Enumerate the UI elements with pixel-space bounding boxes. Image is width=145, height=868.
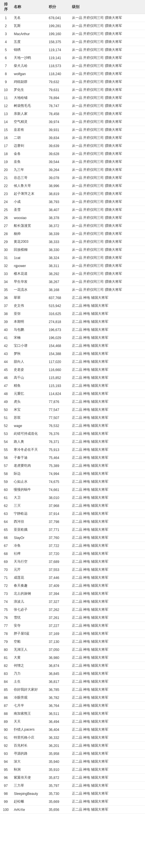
table-row: 16二胡39,834从一品 开府仪同三司 骠骑大将军 bbox=[0, 134, 145, 142]
cell-category: 从一品 开府仪同三司 骠骑大将军 bbox=[70, 286, 145, 294]
cell-category: 正二品 神地 辅国大将军 bbox=[70, 382, 145, 390]
cell-rank: 96 bbox=[0, 774, 11, 782]
table-row: 65亚亚欧娥37,771正二品 神地 辅国大将军 bbox=[0, 526, 145, 534]
cell-score: 38,010 bbox=[46, 494, 70, 502]
cell-name: 雪忧 bbox=[11, 614, 46, 622]
cell-score: 837,768 bbox=[46, 294, 70, 302]
table-row: 83乃力36,845正二品 神地 辅国大将军 bbox=[0, 670, 145, 678]
table-row: 94深大35,940正二品 神地 辅国大将军 bbox=[0, 758, 145, 766]
cell-category: 正二品 神地 辅国大将军 bbox=[70, 694, 145, 702]
cell-rank: 80 bbox=[0, 646, 11, 654]
table-row: 21谷总三哥39,078从一品 开府仪同三司 骠骑大将军 bbox=[0, 174, 145, 182]
cell-score: 37,760 bbox=[46, 534, 70, 542]
cell-rank: 12 bbox=[0, 102, 11, 110]
cell-category: 从一品 开府仪同三司 骠骑大将军 bbox=[70, 126, 145, 134]
table-row: 54路人奥76,371正二品 神地 辅国大将军 bbox=[0, 438, 145, 446]
cell-category: 从一品 开府仪同三司 骠骑大将军 bbox=[70, 158, 145, 166]
cell-category: 正二品 神地 辅国大将军 bbox=[70, 598, 145, 606]
cell-category: 从一品 开府仪同三司 骠骑大将军 bbox=[70, 86, 145, 94]
cell-category: 正二品 神地 辅国大将军 bbox=[70, 438, 145, 446]
cell-name: 际边 bbox=[11, 470, 46, 478]
cell-category: 正二品 神地 辅国大将军 bbox=[70, 582, 145, 590]
table-row: 40马包鹏196,673正二品 神地 辅国大将军 bbox=[0, 326, 145, 334]
cell-rank: 41 bbox=[0, 334, 11, 342]
cell-score: 36,511 bbox=[46, 710, 70, 718]
cell-score: 37,409 bbox=[46, 582, 70, 590]
cell-score: 38,168 bbox=[46, 286, 70, 294]
cell-score: 39,639 bbox=[46, 142, 70, 150]
cell-score: 77,876 bbox=[46, 398, 70, 406]
header-rank: 排序 bbox=[0, 0, 11, 14]
table-row: 50米宝77,547正二品 神地 辅国大将军 bbox=[0, 406, 145, 414]
cell-score: 39,628 bbox=[46, 150, 70, 158]
cell-score: 37,227 bbox=[46, 622, 70, 630]
cell-name: wage bbox=[11, 422, 46, 430]
cell-rank: 11 bbox=[0, 94, 11, 102]
cell-rank: 85 bbox=[0, 686, 11, 694]
cell-score: 154,388 bbox=[46, 350, 70, 358]
cell-rank: 38 bbox=[0, 310, 11, 318]
cell-rank: 5 bbox=[0, 46, 11, 54]
cell-category: 从一品 开府仪同三司 骠骑大将军 bbox=[70, 78, 145, 86]
cell-rank: 4 bbox=[0, 38, 11, 46]
table-row: 18金各39,628从一品 开府仪同三司 骠骑大将军 bbox=[0, 150, 145, 158]
cell-rank: 57 bbox=[0, 462, 11, 470]
cell-category: 正二品 神地 辅国大将军 bbox=[70, 726, 145, 734]
cell-rank: 88 bbox=[0, 710, 11, 718]
cell-category: 从一品 开府仪同三司 骠骑大将军 bbox=[70, 182, 145, 190]
cell-category: 正二品 神地 辅国大将军 bbox=[70, 326, 145, 334]
cell-name: 无湖王人 bbox=[11, 646, 46, 654]
cell-name: 元芹 bbox=[11, 566, 46, 574]
cell-name: 候人鲁大哥 bbox=[11, 182, 46, 190]
cell-rank: 32 bbox=[0, 262, 11, 270]
table-row: 33楼木花道38,292从一品 开府仪同三司 骠骑大将军 bbox=[0, 270, 145, 278]
cell-rank: 48 bbox=[0, 390, 11, 398]
cell-score: 35,940 bbox=[46, 758, 70, 766]
cell-score: 37,262 bbox=[46, 606, 70, 614]
cell-name: 苏双 bbox=[11, 414, 46, 422]
cell-name: 回放模糊 bbox=[11, 246, 46, 254]
cell-rank: 71 bbox=[0, 574, 11, 582]
cell-rank: 3 bbox=[0, 30, 11, 38]
cell-rank: 39 bbox=[0, 318, 11, 326]
cell-score: 36,782 bbox=[46, 694, 70, 702]
cell-name: 南加索熊王 bbox=[11, 710, 46, 718]
cell-score: 316,625 bbox=[46, 310, 70, 318]
cell-name: 早生华发 bbox=[11, 278, 46, 286]
cell-category: 从一品 开府仪同三司 骠骑大将军 bbox=[70, 166, 145, 174]
table-row: 38亚弥316,625正二品 神地 辅国大将军 bbox=[0, 310, 145, 318]
cell-name: 秋洞 bbox=[11, 766, 46, 774]
cell-rank: 27 bbox=[0, 222, 11, 230]
cell-score: 35,656 bbox=[46, 806, 70, 814]
cell-score: 115,193 bbox=[46, 382, 70, 390]
cell-category: 从一品 开府仪同三司 骠骑大将军 bbox=[70, 246, 145, 254]
table-row: 75张七必子37,262正二品 神地 辅国大将军 bbox=[0, 606, 145, 614]
cell-rank: 73 bbox=[0, 590, 11, 598]
cell-score: 74,994 bbox=[46, 470, 70, 478]
cell-rank: 69 bbox=[0, 558, 11, 566]
cell-rank: 84 bbox=[0, 678, 11, 686]
cell-category: 正二品 神地 辅国大将军 bbox=[70, 638, 145, 646]
cell-category: 从一品 开府仪同三司 骠骑大将军 bbox=[70, 22, 145, 30]
cell-score: 199,281 bbox=[46, 22, 70, 30]
cell-name: 宁静欧远 bbox=[11, 510, 46, 518]
cell-category: 从一品 开府仪同三司 骠骑大将军 bbox=[70, 174, 145, 182]
cell-score: 38,339 bbox=[46, 230, 70, 238]
cell-score: 38,330 bbox=[46, 246, 70, 254]
header-score: 积分 bbox=[46, 0, 70, 14]
cell-score: 38,267 bbox=[46, 278, 70, 286]
cell-rank: 10 bbox=[0, 86, 11, 94]
cell-score: 199,160 bbox=[46, 30, 70, 38]
cell-score: 36,332 bbox=[46, 734, 70, 742]
cell-category: 正二品 神地 辅国大将军 bbox=[70, 590, 145, 598]
cell-name: 安寺 bbox=[11, 622, 46, 630]
cell-name: 韭鱼 bbox=[11, 158, 46, 166]
cell-score: 37,169 bbox=[46, 630, 70, 638]
table-row: 99赶松蛾35,669正二品 神地 辅国大将军 bbox=[0, 798, 145, 806]
cell-name: 无名 bbox=[11, 14, 46, 22]
table-row: 80无湖王人37,050正二品 神地 辅国大将军 bbox=[0, 646, 145, 654]
cell-rank: 81 bbox=[0, 654, 11, 662]
table-row: 13亲新人家78,458从一品 开府仪同三司 骠骑大将军 bbox=[0, 110, 145, 118]
table-row: 311cat38,324从一品 开府仪同三司 骠骑大将军 bbox=[0, 254, 145, 262]
cell-name: 冷眼旁观 bbox=[11, 694, 46, 702]
